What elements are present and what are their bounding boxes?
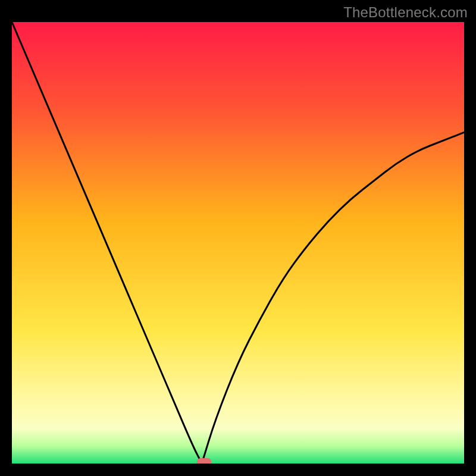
chart-frame (12, 22, 464, 464)
bottleneck-chart (12, 22, 464, 464)
optimal-marker (197, 458, 211, 464)
watermark-text: TheBottleneck.com (343, 4, 468, 21)
chart-background (12, 22, 464, 464)
